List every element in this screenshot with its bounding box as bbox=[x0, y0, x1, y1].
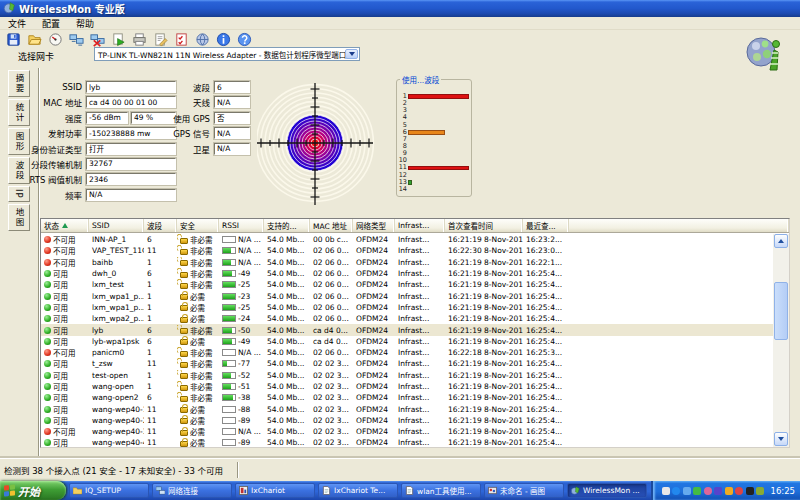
table-row[interactable]: 不可用INN-AP_16非必需N/A ...54.0 Mb...00 0b c.… bbox=[41, 234, 773, 245]
table-row[interactable]: 可用lyb6非必需-5054.0 Mb...ca d4 0...OFDM24In… bbox=[41, 324, 773, 335]
table-row[interactable]: 可用wang-open26非必需-3854.0 Mb...02 02 3...O… bbox=[41, 392, 773, 403]
lock-open-icon bbox=[180, 396, 188, 402]
network-icon[interactable] bbox=[67, 30, 85, 48]
web-icon[interactable] bbox=[193, 30, 211, 48]
cell-speed: 54.0 Mb... bbox=[264, 326, 310, 335]
save-icon[interactable] bbox=[4, 30, 22, 48]
table-row[interactable]: 不可用VAP_TEST_11G11非必需N/A ...54.0 Mb...02 … bbox=[41, 245, 773, 256]
table-row[interactable]: 可用wang-wep40-111必需-8854.0 Mb...02 02 3..… bbox=[41, 403, 773, 414]
tray-icon-6[interactable] bbox=[725, 487, 733, 495]
table-row[interactable]: 可用lxm_wpa2_p...1必需-2454.0 Mb...02 06 0..… bbox=[41, 313, 773, 324]
tab-map[interactable]: 地图 bbox=[8, 204, 30, 231]
open-icon[interactable] bbox=[25, 30, 43, 48]
use-gps-field[interactable]: 否 bbox=[214, 112, 250, 124]
table-vscroll[interactable] bbox=[773, 234, 789, 447]
cell-first-seen: 16:21:19 8-Nov-2010 bbox=[445, 393, 523, 402]
table-row[interactable]: 可用wang-wep40-211必需-8954.0 Mb...02 02 3..… bbox=[41, 415, 773, 426]
checklist-icon[interactable] bbox=[172, 30, 190, 48]
task-button-4[interactable]: wlan工具使用... bbox=[401, 483, 481, 498]
table-row[interactable]: 可用wang-wep40-411必需-8954.0 Mb...02 02 3..… bbox=[41, 437, 773, 447]
tray-icon-1[interactable] bbox=[672, 487, 680, 495]
table-row[interactable]: 可用lxm_wpa1_p...1必需-2354.0 Mb...02 06 0..… bbox=[41, 290, 773, 301]
col-header-4[interactable]: RSSI bbox=[219, 219, 264, 232]
menu-item-0[interactable]: 文件 bbox=[0, 17, 34, 29]
fragmentation-field[interactable]: 32767 bbox=[86, 158, 176, 170]
cell-channel: 1 bbox=[144, 314, 177, 323]
table-row[interactable]: 不可用baihb1非必需N/A ...54.0 Mb...02 06 0...O… bbox=[41, 257, 773, 268]
start-button[interactable]: 开始 bbox=[0, 481, 66, 500]
tray-icon-2[interactable] bbox=[683, 487, 691, 495]
channel-bar bbox=[408, 130, 445, 135]
task-button-6[interactable]: WirelessMon ... bbox=[567, 483, 647, 498]
antenna-field[interactable]: N/A bbox=[214, 96, 250, 108]
table-row[interactable]: 可用lxm_wpa1_p...1必需-2554.0 Mb...02 06 0..… bbox=[41, 302, 773, 313]
lock-closed-icon bbox=[180, 441, 188, 447]
task-button-0[interactable]: IQ_SETUP bbox=[69, 483, 149, 498]
rssi-meter-icon bbox=[222, 360, 236, 367]
satellites-field[interactable]: N/A bbox=[214, 143, 250, 155]
info-icon[interactable] bbox=[214, 30, 232, 48]
table-header: 状态SSID波段安全RSSI支持的...MAC 地址网络类型Infrast...… bbox=[41, 219, 789, 233]
scroll-down-button[interactable] bbox=[774, 432, 788, 446]
table-row[interactable]: 不可用wang-wep40-311必需N/A ...54.0 Mb...02 0… bbox=[41, 426, 773, 437]
cell-ssid: lyb-wpa1psk bbox=[89, 337, 144, 346]
edit-log-icon[interactable] bbox=[151, 30, 169, 48]
lock-closed-icon bbox=[180, 418, 188, 424]
tray-icon-7[interactable] bbox=[735, 487, 743, 495]
network-disconnect-icon[interactable] bbox=[88, 30, 106, 48]
rts-threshold-field[interactable]: 2346 bbox=[86, 173, 176, 185]
tray-icon-3[interactable] bbox=[693, 487, 701, 495]
help-icon[interactable] bbox=[235, 30, 253, 48]
col-header-3[interactable]: 安全 bbox=[177, 219, 219, 232]
scroll-up-button[interactable] bbox=[774, 234, 788, 248]
tray-icon-5[interactable] bbox=[714, 487, 722, 495]
cell-mac: ca d4 0... bbox=[310, 337, 353, 346]
task-button-2[interactable]: IxChariot bbox=[235, 483, 315, 498]
table-row[interactable]: 可用test-open1非必需-5254.0 Mb...02 02 3...OF… bbox=[41, 370, 773, 381]
cell-last-seen: 16:22:1... bbox=[523, 258, 569, 267]
col-header-8[interactable]: Infrast... bbox=[395, 219, 445, 232]
table-row[interactable]: 可用dwh_06非必需-4954.0 Mb...02 06 0...OFDM24… bbox=[41, 268, 773, 279]
passmark-logo-icon bbox=[743, 32, 787, 76]
statusbar-text: 检测到 38 个接入点 (21 安全 - 17 未知安全) - 33 个可用 bbox=[0, 464, 237, 476]
print-icon[interactable] bbox=[130, 30, 148, 48]
window-titlebar[interactable]: WirelessMon 专业版 bbox=[0, 0, 800, 17]
task-button-1[interactable]: 网络连接 bbox=[152, 483, 232, 498]
tray-icon-0[interactable] bbox=[662, 487, 670, 495]
chevron-down-icon[interactable] bbox=[345, 49, 358, 59]
channel-field[interactable]: 6 bbox=[214, 81, 250, 93]
table-row[interactable]: 可用wang-open1非必需-5154.0 Mb...02 02 3...OF… bbox=[41, 381, 773, 392]
table-row[interactable]: 不可用panicm01非必需N/A ...54.0 Mb...02 06 0..… bbox=[41, 347, 773, 358]
tray-icon-8[interactable] bbox=[746, 487, 754, 495]
table-row[interactable]: 可用lxm_test1非必需-2554.0 Mb...02 06 0...OFD… bbox=[41, 279, 773, 290]
task-button-3[interactable]: IxChariot Te... bbox=[318, 483, 398, 498]
col-header-6[interactable]: MAC 地址 bbox=[310, 219, 353, 232]
table-row[interactable]: 可用t_zsw11非必需-7754.0 Mb...02 02 3...OFDM2… bbox=[41, 358, 773, 369]
table-row[interactable]: 可用lyb-wpa1psk6必需-4954.0 Mb...ca d4 0...O… bbox=[41, 336, 773, 347]
tray-icon-9[interactable] bbox=[756, 487, 764, 495]
col-header-11[interactable] bbox=[569, 219, 789, 232]
menu-item-1[interactable]: 配置 bbox=[34, 17, 68, 29]
run-icon[interactable] bbox=[109, 30, 127, 48]
task-button-5[interactable]: 未命名 - 画图 bbox=[484, 483, 564, 498]
col-header-5[interactable]: 支持的... bbox=[264, 219, 310, 232]
strength-dbm-field[interactable]: -56 dBm bbox=[86, 112, 128, 124]
menu-item-2[interactable]: 帮助 bbox=[68, 17, 102, 29]
gps-signal-field[interactable]: N/A bbox=[214, 127, 250, 139]
frequency-field[interactable]: N/A bbox=[86, 189, 176, 201]
gauge-icon[interactable] bbox=[46, 30, 64, 48]
col-header-10[interactable]: 最近查... bbox=[523, 219, 569, 232]
scroll-thumb[interactable] bbox=[774, 282, 788, 340]
cell-ssid: lyb bbox=[89, 326, 144, 335]
col-header-9[interactable]: 首次查看时间 bbox=[445, 219, 523, 232]
col-header-2[interactable]: 波段 bbox=[144, 219, 177, 232]
col-header-7[interactable]: 网络类型 bbox=[353, 219, 395, 232]
rssi-meter-icon bbox=[222, 259, 236, 266]
cell-speed: 54.0 Mb... bbox=[264, 348, 310, 357]
cell-mac: 02 06 0... bbox=[310, 292, 353, 301]
cell-first-seen: 16:22:30 8-Nov-2010 bbox=[445, 246, 523, 255]
col-header-0[interactable]: 状态 bbox=[41, 219, 89, 232]
col-header-1[interactable]: SSID bbox=[89, 219, 144, 232]
adapter-select[interactable]: TP-LINK TL-WN821N 11N Wireless Adapter -… bbox=[94, 47, 360, 61]
tray-icon-4[interactable] bbox=[704, 487, 712, 495]
